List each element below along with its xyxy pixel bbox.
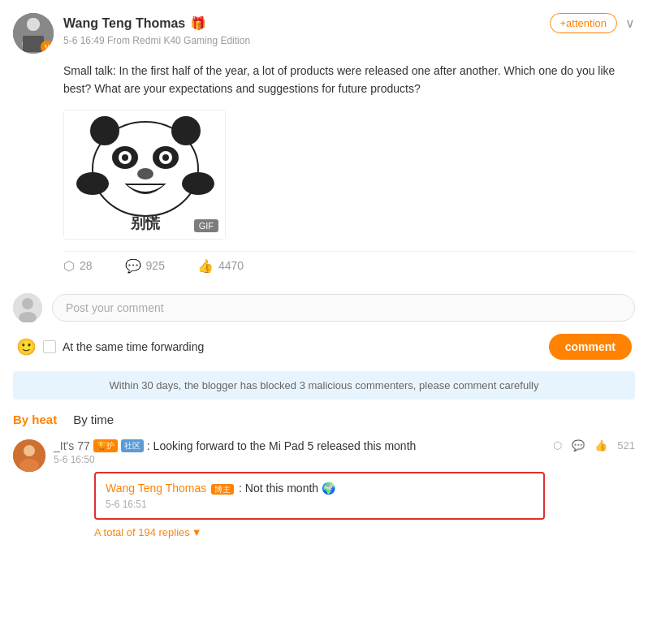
view-replies-arrow: ▼ bbox=[192, 526, 202, 538]
post-meta: Wang Teng Thomas 🎁 +attention ∨ 5-6 16:4… bbox=[63, 13, 635, 46]
view-replies-text: A total of 194 replies bbox=[94, 526, 190, 538]
comment-share-icon[interactable]: ⬡ bbox=[553, 439, 562, 452]
comment-input[interactable]: Post your comment bbox=[52, 294, 635, 322]
like-icon: 👍 bbox=[197, 258, 214, 274]
sort-by-heat-tab[interactable]: By heat bbox=[13, 413, 57, 426]
verified-badge: V bbox=[41, 41, 54, 54]
svg-point-24 bbox=[19, 459, 39, 472]
comment-icon: 💬 bbox=[125, 258, 141, 274]
share-count: 28 bbox=[80, 259, 93, 272]
reply-content-row: Wang Teng Thomas 博主 : Not this month 🌍 bbox=[106, 482, 534, 495]
user-avatar bbox=[13, 293, 42, 322]
svg-point-4 bbox=[27, 18, 40, 31]
username-row: Wang Teng Thomas 🎁 +attention ∨ bbox=[63, 13, 635, 33]
comment-like-icon[interactable]: 👍 bbox=[594, 439, 607, 452]
gif-badge: GIF bbox=[194, 219, 218, 232]
svg-point-8 bbox=[171, 116, 201, 145]
post-content: Small talk: In the first half of the yea… bbox=[63, 62, 635, 98]
forwarding-left: 🙂 At the same time forwarding bbox=[16, 337, 204, 357]
reply-username[interactable]: Wang Teng Thomas bbox=[106, 482, 206, 495]
post-header: V Wang Teng Thomas 🎁 +attention ∨ 5-6 16… bbox=[13, 13, 635, 54]
post-username[interactable]: Wang Teng Thomas bbox=[63, 16, 185, 31]
comment-like-count: 521 bbox=[617, 439, 635, 452]
reply-time: 5-6 16:51 bbox=[106, 499, 534, 510]
commenter-username-row: _It's 77 🏆护 社区 : Looking forward to the … bbox=[54, 439, 545, 452]
commenter-avatar[interactable] bbox=[13, 439, 45, 472]
commenter-username[interactable]: _It's 77 bbox=[54, 439, 90, 452]
comment-reply-icon[interactable]: 💬 bbox=[572, 439, 585, 452]
view-replies[interactable]: A total of 194 replies ▼ bbox=[94, 526, 545, 538]
attention-button[interactable]: +attention bbox=[550, 13, 617, 33]
reply-badge: 博主 bbox=[211, 484, 234, 495]
svg-point-13 bbox=[122, 154, 128, 161]
svg-point-7 bbox=[90, 116, 119, 145]
post-gif-image[interactable]: 别慌 GIF bbox=[63, 110, 226, 240]
sort-tabs: By heat By time bbox=[13, 413, 635, 426]
comment-submit-button[interactable]: comment bbox=[549, 334, 632, 360]
svg-point-16 bbox=[76, 172, 109, 195]
post-time-source: 5-6 16:49 From Redmi K40 Gaming Edition bbox=[63, 35, 635, 46]
commenter-time: 5-6 16:50 bbox=[54, 454, 545, 465]
comment-action[interactable]: 💬 925 bbox=[125, 258, 165, 274]
comment-item: _It's 77 🏆护 社区 : Looking forward to the … bbox=[13, 439, 635, 538]
action-bar: ⬡ 28 💬 925 👍 4470 bbox=[63, 251, 635, 280]
like-action[interactable]: 👍 4470 bbox=[197, 258, 244, 274]
comment-count: 925 bbox=[146, 259, 165, 272]
comment-section: Post your comment bbox=[13, 293, 635, 322]
commenter-badge2: 社区 bbox=[121, 439, 144, 452]
commenter-text: Looking forward to the Mi Pad 5 released… bbox=[153, 439, 417, 452]
commenter-colon: : bbox=[147, 439, 150, 452]
comment-body: _It's 77 🏆护 社区 : Looking forward to the … bbox=[54, 439, 545, 538]
chevron-down-icon[interactable]: ∨ bbox=[625, 15, 635, 31]
forwarding-row: 🙂 At the same time forwarding comment bbox=[13, 334, 635, 360]
forwarding-checkbox[interactable] bbox=[43, 340, 56, 353]
svg-point-15 bbox=[137, 168, 153, 179]
reply-box: Wang Teng Thomas 博主 : Not this month 🌍 5… bbox=[94, 472, 545, 520]
share-action[interactable]: ⬡ 28 bbox=[63, 258, 93, 274]
comment-actions-right: ⬡ 💬 👍 521 bbox=[553, 439, 635, 452]
commenter-badge1: 🏆护 bbox=[93, 439, 118, 452]
svg-point-17 bbox=[182, 172, 214, 195]
sort-by-time-tab[interactable]: By time bbox=[73, 413, 114, 426]
forwarding-label: At the same time forwarding bbox=[63, 340, 204, 353]
svg-text:别慌: 别慌 bbox=[130, 215, 161, 231]
share-icon: ⬡ bbox=[63, 258, 75, 274]
avatar[interactable]: V bbox=[13, 13, 54, 54]
reply-colon: : bbox=[239, 482, 242, 495]
smile-icon[interactable]: 🙂 bbox=[16, 337, 37, 357]
reply-text: Not this month 🌍 bbox=[245, 482, 335, 495]
post-username-emoji: 🎁 bbox=[190, 15, 206, 31]
like-count: 4470 bbox=[218, 259, 244, 272]
warning-banner: Within 30 days, the blogger has blocked … bbox=[13, 371, 635, 400]
svg-point-23 bbox=[24, 445, 35, 456]
svg-point-20 bbox=[22, 298, 33, 309]
svg-point-14 bbox=[162, 154, 169, 161]
